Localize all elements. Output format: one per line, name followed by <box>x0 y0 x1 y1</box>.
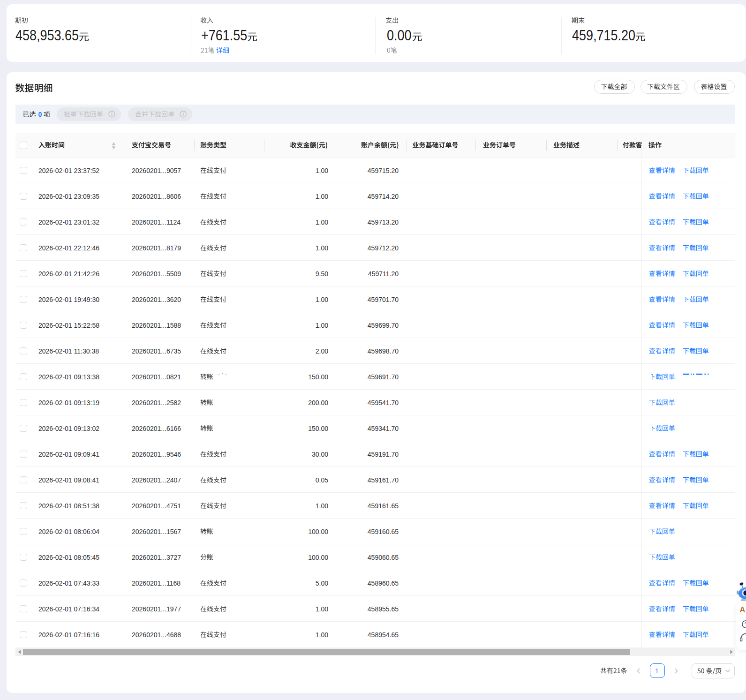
svg-text:2026-02-01 09:08:41: 2026-02-01 09:08:41 <box>38 476 99 484</box>
svg-text:2026-02-01 07:16:16: 2026-02-01 07:16:16 <box>38 631 99 639</box>
svg-text:1.00: 1.00 <box>316 218 328 226</box>
svg-text:20260201...9057: 20260201...9057 <box>132 167 181 174</box>
svg-text:459699.70: 459699.70 <box>368 322 399 329</box>
svg-text:20260201...3620: 20260201...3620 <box>132 296 181 303</box>
svg-text:150.00: 150.00 <box>308 425 328 432</box>
svg-text:1.00: 1.00 <box>316 322 328 329</box>
svg-text:30.00: 30.00 <box>312 451 328 458</box>
svg-text:458955.65: 458955.65 <box>368 605 399 613</box>
svg-text:2.00: 2.00 <box>316 347 328 355</box>
svg-text:100.00: 100.00 <box>308 528 328 535</box>
svg-text:0.05: 0.05 <box>316 476 328 484</box>
svg-text:9.50: 9.50 <box>316 270 328 278</box>
svg-text:0: 0 <box>38 111 42 118</box>
svg-text:459191.70: 459191.70 <box>368 451 399 458</box>
svg-text:2026-02-01 09:13:02: 2026-02-01 09:13:02 <box>38 425 99 432</box>
svg-text:A: A <box>740 605 746 614</box>
svg-text:459698.70: 459698.70 <box>368 347 399 355</box>
svg-text:2026-02-01 08:51:38: 2026-02-01 08:51:38 <box>38 502 99 510</box>
svg-text:1: 1 <box>655 667 659 675</box>
svg-text:2026-02-01 07:16:34: 2026-02-01 07:16:34 <box>38 605 99 613</box>
svg-text:2026-02-01 11:30:38: 2026-02-01 11:30:38 <box>38 347 99 355</box>
svg-text:20260201...8606: 20260201...8606 <box>132 193 181 200</box>
svg-text:459715.20: 459715.20 <box>368 167 399 174</box>
svg-text:459711.20: 459711.20 <box>368 270 399 278</box>
svg-text:20260201...4751: 20260201...4751 <box>132 502 181 510</box>
svg-text:20260201...2407: 20260201...2407 <box>132 476 181 484</box>
svg-text:20260201...1567: 20260201...1567 <box>132 528 181 535</box>
svg-text:20260201...1124: 20260201...1124 <box>132 218 181 226</box>
svg-text:459712.20: 459712.20 <box>368 244 399 252</box>
svg-text:20260201...1977: 20260201...1977 <box>132 605 181 613</box>
svg-text:2026-02-01 08:06:04: 2026-02-01 08:06:04 <box>38 528 99 535</box>
svg-text:20260201...1588: 20260201...1588 <box>132 322 181 329</box>
svg-text:2026-02-01 09:13:38: 2026-02-01 09:13:38 <box>38 373 99 381</box>
svg-text:459160.65: 459160.65 <box>368 528 399 535</box>
svg-text:150.00: 150.00 <box>308 373 328 381</box>
svg-text:2026-02-01 15:22:58: 2026-02-01 15:22:58 <box>38 322 99 329</box>
svg-text:20260201...2582: 20260201...2582 <box>132 399 181 406</box>
svg-text:20260201...0821: 20260201...0821 <box>132 373 181 381</box>
svg-text:20260201...4688: 20260201...4688 <box>132 631 181 639</box>
svg-text:459691.70: 459691.70 <box>368 373 399 381</box>
svg-text:20260201...3727: 20260201...3727 <box>132 554 181 561</box>
svg-text:1.00: 1.00 <box>316 244 328 252</box>
svg-text:2026-02-01 09:09:41: 2026-02-01 09:09:41 <box>38 451 99 458</box>
svg-text:2026-02-01 23:01:32: 2026-02-01 23:01:32 <box>38 218 99 226</box>
svg-text:2026-02-01 23:37:52: 2026-02-01 23:37:52 <box>38 167 99 174</box>
svg-text:0.00: 0.00 <box>387 27 411 43</box>
svg-text:1.00: 1.00 <box>316 167 328 174</box>
svg-text:2026-02-01 07:43:33: 2026-02-01 07:43:33 <box>38 580 99 587</box>
svg-text:20260201...8179: 20260201...8179 <box>132 244 181 252</box>
svg-text:1.00: 1.00 <box>316 605 328 613</box>
svg-text:+761.55: +761.55 <box>201 27 247 43</box>
svg-text:20260201...6735: 20260201...6735 <box>132 347 181 355</box>
svg-text:459714.20: 459714.20 <box>368 193 399 200</box>
svg-text:20260201...9546: 20260201...9546 <box>132 451 181 458</box>
svg-text:2026-02-01 09:13:19: 2026-02-01 09:13:19 <box>38 399 99 406</box>
svg-text:2026-02-01 08:05:45: 2026-02-01 08:05:45 <box>38 554 99 561</box>
svg-text:459,715.20: 459,715.20 <box>572 27 635 43</box>
svg-text:459161.70: 459161.70 <box>368 476 399 484</box>
svg-text:100.00: 100.00 <box>308 554 328 561</box>
svg-text:458954.65: 458954.65 <box>368 631 399 639</box>
svg-text:459713.20: 459713.20 <box>368 218 399 226</box>
svg-text:459341.70: 459341.70 <box>368 425 399 432</box>
svg-text:1.00: 1.00 <box>316 296 328 303</box>
svg-text:2026-02-01 22:12:46: 2026-02-01 22:12:46 <box>38 244 99 252</box>
svg-text:1.00: 1.00 <box>316 502 328 510</box>
svg-text:458,953.65: 458,953.65 <box>15 27 79 43</box>
svg-text:459161.65: 459161.65 <box>368 502 399 510</box>
svg-text:1.00: 1.00 <box>316 193 328 200</box>
svg-text:459701.70: 459701.70 <box>368 296 399 303</box>
svg-text:2026-02-01 21:42:26: 2026-02-01 21:42:26 <box>38 270 99 278</box>
svg-text:459541.70: 459541.70 <box>368 399 399 406</box>
svg-text:1.00: 1.00 <box>316 631 328 639</box>
svg-text:20260201...5509: 20260201...5509 <box>132 270 181 278</box>
svg-text:5.00: 5.00 <box>316 580 328 587</box>
svg-text:2026-02-01 19:49:30: 2026-02-01 19:49:30 <box>38 296 99 303</box>
svg-text:458960.65: 458960.65 <box>368 580 399 587</box>
svg-text:20260201...1168: 20260201...1168 <box>132 580 181 587</box>
svg-text:20260201...6166: 20260201...6166 <box>132 425 181 432</box>
svg-text:200.00: 200.00 <box>308 399 328 406</box>
svg-text:2026-02-01 23:09:35: 2026-02-01 23:09:35 <box>38 193 99 200</box>
svg-text:459060.65: 459060.65 <box>368 554 399 561</box>
